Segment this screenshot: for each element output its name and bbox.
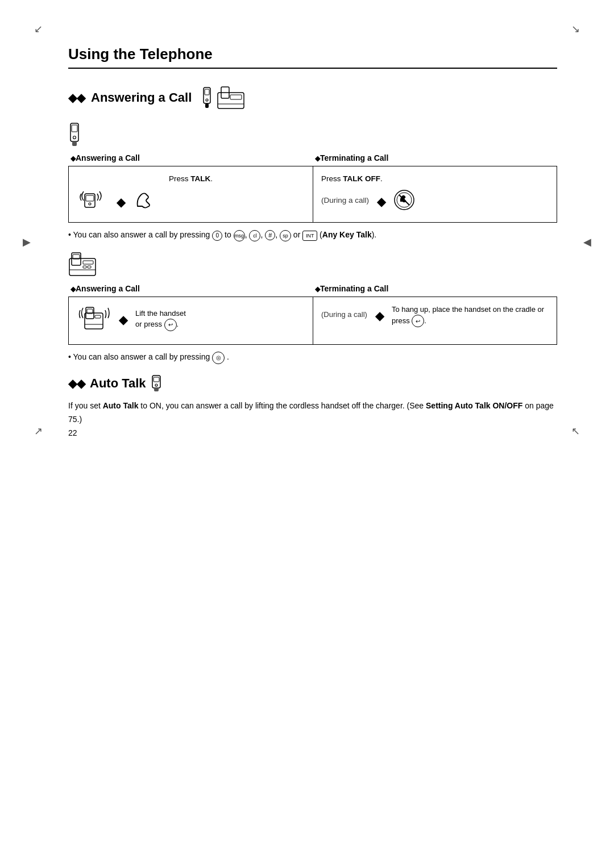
svg-rect-13 [86,195,94,201]
base-during-call-label: (During a call) [321,309,367,320]
msg-button-icon: msg [234,230,245,241]
cordless-subsection-headers: ◆Answering a Call ◆Terminating a Call [68,153,557,165]
cordless-device-icon [68,122,81,147]
base-bullet-note: You can also answer a call by pressing ◎… [68,350,557,364]
corner-mark-ml: ▶ [23,236,31,248]
page-title: Using the Telephone [68,45,557,69]
base-device-icon [68,252,97,278]
corner-mark-tr: ↘ [571,23,580,35]
svg-rect-9 [72,125,77,132]
corner-mark-mr: ◀ [583,236,591,248]
svg-rect-7 [230,95,242,99]
press-talk-label: Press TALK. [77,173,305,185]
int-button-icon: INT [302,231,317,241]
press-talk-off-label: Press TALK OFF. [321,173,549,185]
cordless-device-row [68,122,557,149]
auto-talk-diamonds: ◆◆ [68,377,85,390]
auto-talk-title: Auto Talk [90,376,146,391]
svg-rect-3 [205,103,209,108]
cordless-bullet-note: You can also answer a call by pressing 0… [68,228,557,241]
pickup-handset-icon [133,190,154,214]
base-answering-box: ◆ Lift the handsetor press ↩. [68,297,313,345]
section-icons [201,85,245,111]
answering-call-header: ◆◆ Answering a Call [68,85,557,111]
svg-rect-1 [205,89,209,95]
svg-rect-33 [154,388,159,391]
corner-mark-bl: ↗ [34,425,43,437]
base-answering-label: ◆Answering a Call [68,284,313,295]
during-call-label: (During a call) [321,195,369,206]
arrow-icon-2: ◆ [377,193,385,210]
cordless-phone-icon [201,86,213,109]
page-number: 22 [68,428,77,437]
svg-rect-31 [154,377,159,382]
speaker-icon: ◎ [212,352,225,364]
cordless-terminating-label: ◆Terminating a Call [313,153,557,165]
cordless-instruction-boxes: Press TALK. [68,166,557,223]
svg-point-10 [73,136,76,139]
end-call-icon [393,189,415,214]
talk-bold: TALK [190,174,210,183]
any-key-talk-bold: Any Key Talk [322,230,372,239]
sp-phone-icon: ↩ [164,319,177,331]
cordless-terminating-inner: (During a call) ◆ [321,189,549,214]
svg-rect-22 [83,261,93,264]
arrow-icon: ◆ [117,194,125,211]
base-subsection-headers: ◆Answering a Call ◆Terminating a Call [68,284,557,295]
hangup-text: To hang up, place the handset on the cra… [392,304,549,328]
ringing-phone-icon [77,189,109,215]
talk-off-bold: TALK OFF [343,174,380,183]
svg-point-14 [89,203,91,205]
zero-button-icon: 0 [212,231,222,241]
hash-button-icon: # [265,230,275,240]
answering-call-title: Answering a Call [91,90,192,105]
corner-mark-tl: ↙ [34,23,43,35]
base-answering-inner: ◆ Lift the handsetor press ↩. [77,304,305,336]
setting-auto-talk-bold: Setting Auto Talk ON/OFF [426,401,522,410]
corner-mark-br: ↖ [571,425,580,437]
cordless-answering-box: Press TALK. [68,166,313,223]
base-instruction-boxes: ◆ Lift the handsetor press ↩. (During a … [68,297,557,345]
auto-talk-bold: Auto Talk [103,401,139,410]
auto-talk-header: ◆◆ Auto Talk [68,374,557,393]
sp-button-icon: sp [280,230,291,241]
svg-point-2 [206,99,208,101]
svg-rect-24 [88,266,91,268]
base-terminating-label: ◆Terminating a Call [313,284,557,295]
svg-rect-29 [95,315,101,318]
svg-point-32 [155,384,157,386]
cordless-terminating-box: Press TALK OFF. (During a call) ◆ [313,166,557,223]
arrow-icon-3: ◆ [119,311,127,328]
base-device-row [68,252,557,279]
base-phone-icon [217,85,245,111]
diamonds-icon: ◆◆ [68,91,85,105]
auto-talk-description: If you set Auto Talk to ON, you can answ… [68,399,557,427]
cradle-icon: ↩ [412,315,424,327]
cordless-answering-inner: ◆ [77,189,305,215]
cordless-answering-label: ◆Answering a Call [68,153,313,165]
ringing-base-icon [77,304,111,336]
base-terminating-inner: (During a call) ◆ To hang up, place the … [321,304,549,328]
auto-talk-handset-icon [151,374,162,393]
lift-handset-text: Lift the handsetor press ↩. [135,308,186,331]
cl-button-icon: cl [249,230,260,241]
arrow-icon-4: ◆ [375,307,384,324]
svg-rect-11 [72,141,77,146]
base-terminating-box: (During a call) ◆ To hang up, place the … [313,297,557,345]
svg-rect-23 [83,266,86,268]
